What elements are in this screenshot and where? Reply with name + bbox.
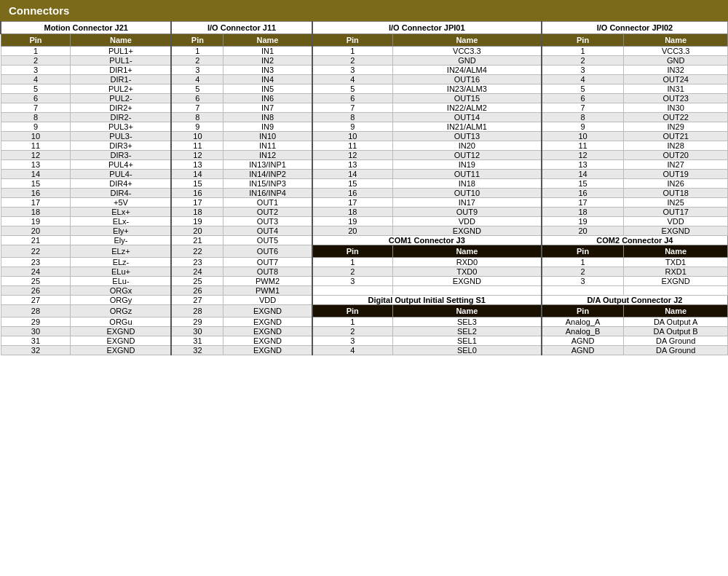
table-row: OUT16 [392,75,541,84]
table-row: 7 [542,103,624,113]
table-row: IN22/ALM2 [392,103,541,113]
table-row: DIR3+ [71,141,172,151]
table-row: 20 [1,226,71,236]
table-row: 16 [171,189,223,198]
table-row: 21 [1,236,71,245]
table-row: 2 [542,56,624,66]
table-row: 13 [1,160,71,170]
page-title: Connectors [9,4,69,17]
table-row: IN12 [223,151,312,160]
table-row: 15 [171,179,223,189]
table-row [312,286,393,296]
table-row: IN14/INP2 [223,170,312,179]
table-row: EXGND [71,346,172,355]
table-row: 28 [1,305,71,317]
table-row: OUT19 [624,170,728,179]
table-row: DIR4- [71,189,172,198]
table-row: EXGND [223,317,312,327]
table-row: 26 [1,286,71,296]
table-row: Analog_A [542,317,624,327]
table-row: 16 [542,189,624,198]
table-row: 16 [1,189,71,198]
table-row: EXGND [223,336,312,346]
table-row: DA Output A [624,317,728,327]
table-row: 29 [171,317,223,327]
table-row: Analog_B [542,327,624,336]
table-row: 13 [171,160,223,170]
table-row: IN4 [223,75,312,84]
table-row: OUT3 [223,217,312,226]
table-row [392,286,541,296]
jpi01-pin-header: Pin [312,34,393,47]
table-row: VCC3.3 [624,47,728,56]
table-row: 14 [1,170,71,179]
table-row: 2 [312,267,393,277]
table-row: 1 [312,258,393,267]
table-row: OUT24 [624,75,728,84]
table-row: IN10 [223,132,312,141]
table-row: 2 [312,327,393,336]
table-row: OUT22 [624,113,728,122]
table-row: IN6 [223,94,312,103]
table-row: 24 [1,267,71,277]
page-header: Connectors [0,0,728,21]
table-row: 18 [171,208,223,217]
table-row: 30 [1,327,71,336]
motion-name-header: Name [71,34,172,47]
table-row: ORGx [71,286,172,296]
table-row: ORGz [71,305,172,317]
table-row: 5 [171,84,223,94]
table-row: IN28 [624,141,728,151]
io-j11-title: I/O Connector J11 [171,22,312,34]
table-row: 18 [1,208,71,217]
com2-name-col-header: Name [624,245,728,258]
table-row: 11 [542,141,624,151]
table-row: 32 [171,346,223,355]
table-row: ORGy [71,296,172,305]
table-row: ELx- [71,217,172,226]
j11-pin-header: Pin [171,34,223,47]
table-row: 23 [1,258,71,267]
table-row: PWM1 [223,286,312,296]
table-row: PUL4- [71,170,172,179]
table-row: 19 [1,217,71,226]
table-row: 3 [312,66,393,75]
table-row: 10 [312,132,393,141]
motion-pin-header: Pin [1,34,71,47]
table-row: DIR2+ [71,103,172,113]
table-row: IN19 [392,160,541,170]
table-row: 15 [312,179,393,189]
table-row: 14 [312,170,393,179]
table-row: TXD1 [624,258,728,267]
table-row: 9 [542,122,624,132]
table-row: 30 [171,327,223,336]
table-row: VDD [223,296,312,305]
com1-pin-col-header: Pin [312,245,393,258]
table-row: 1 [542,258,624,267]
table-row: 12 [312,151,393,160]
table-row [624,286,728,296]
table-row: OUT15 [392,94,541,103]
da-name-header: Name [624,305,728,317]
table-row: IN1 [223,47,312,56]
table-row: 3 [312,336,393,346]
table-row: 25 [171,277,223,286]
table-row: 10 [1,132,71,141]
table-row: PUL4+ [71,160,172,170]
table-row: SEL1 [392,336,541,346]
table-row: 19 [312,217,393,226]
table-row: RXD0 [392,258,541,267]
motion-connector-title: Motion Connector J21 [1,22,171,34]
table-row: 25 [1,277,71,286]
table-row: 1 [312,47,393,56]
table-row: DA Ground [624,346,728,355]
table-row: DIR4+ [71,179,172,189]
jpi01-name-header: Name [392,34,541,47]
table-row: VDD [392,217,541,226]
column-headers-row: Pin Name Pin Name Pin Name Pin Name [1,34,728,47]
table-row: PUL1- [71,56,172,66]
table-row: IN24/ALM4 [392,66,541,75]
table-row: 9 [171,122,223,132]
table-row: 11 [1,141,71,151]
table-row: 15 [542,179,624,189]
